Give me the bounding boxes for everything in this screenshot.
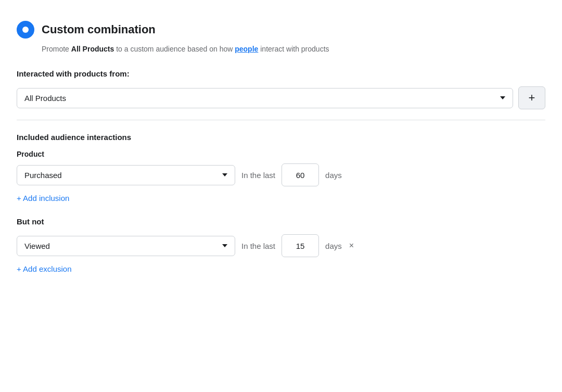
subtitle-bold: All Products — [71, 45, 114, 53]
included-interaction-chevron-down-icon — [222, 173, 227, 176]
plus-icon: + — [529, 91, 535, 105]
interacted-section-label: Interacted with products from: — [17, 69, 545, 78]
excluded-section: But not Viewed In the last days × + Add … — [17, 217, 545, 273]
included-days-label: days — [325, 171, 342, 180]
included-interaction-row: Purchased In the last days — [17, 163, 545, 186]
subtitle-middle: to a custom audience based on how — [114, 45, 235, 53]
panel-title: Custom combination — [42, 23, 156, 36]
subtitle-suffix: interact with products — [258, 45, 329, 53]
add-exclusion-link[interactable]: + Add exclusion — [17, 264, 72, 273]
included-in-the-last-label: In the last — [241, 171, 275, 180]
section-divider — [17, 120, 545, 120]
people-link[interactable]: people — [235, 45, 258, 53]
excluded-interaction-dropdown[interactable]: Viewed — [17, 236, 235, 256]
all-products-chevron-down-icon — [500, 96, 505, 99]
subtitle: Promote All Products to a custom audienc… — [42, 44, 545, 55]
remove-exclusion-button[interactable]: × — [349, 241, 354, 250]
add-inclusion-link[interactable]: + Add inclusion — [17, 194, 69, 203]
but-not-label: But not — [17, 217, 545, 226]
custom-combination-panel: Custom combination Promote All Products … — [17, 12, 545, 282]
add-product-button[interactable]: + — [518, 86, 545, 109]
product-source-row: All Products + — [17, 86, 545, 109]
excluded-interaction-dropdown-value: Viewed — [24, 242, 50, 250]
excluded-interaction-row: Viewed In the last days × — [17, 234, 545, 257]
excluded-interaction-chevron-down-icon — [222, 244, 227, 247]
all-products-dropdown-value: All Products — [24, 94, 66, 103]
included-interaction-dropdown-value: Purchased — [24, 171, 62, 180]
header-row: Custom combination — [17, 21, 545, 39]
all-products-dropdown[interactable]: All Products — [17, 88, 513, 108]
radio-inner-dot — [22, 27, 29, 33]
radio-button[interactable] — [17, 21, 34, 39]
excluded-days-input[interactable] — [282, 234, 319, 257]
included-section: Included audience interactions Product P… — [17, 133, 545, 203]
excluded-days-label: days — [325, 242, 342, 250]
included-section-label: Included audience interactions — [17, 133, 545, 142]
excluded-in-the-last-label: In the last — [241, 242, 275, 250]
product-sub-label: Product — [17, 150, 545, 158]
included-days-input[interactable] — [282, 163, 319, 186]
subtitle-prefix: Promote — [42, 45, 71, 53]
included-interaction-dropdown[interactable]: Purchased — [17, 165, 235, 185]
